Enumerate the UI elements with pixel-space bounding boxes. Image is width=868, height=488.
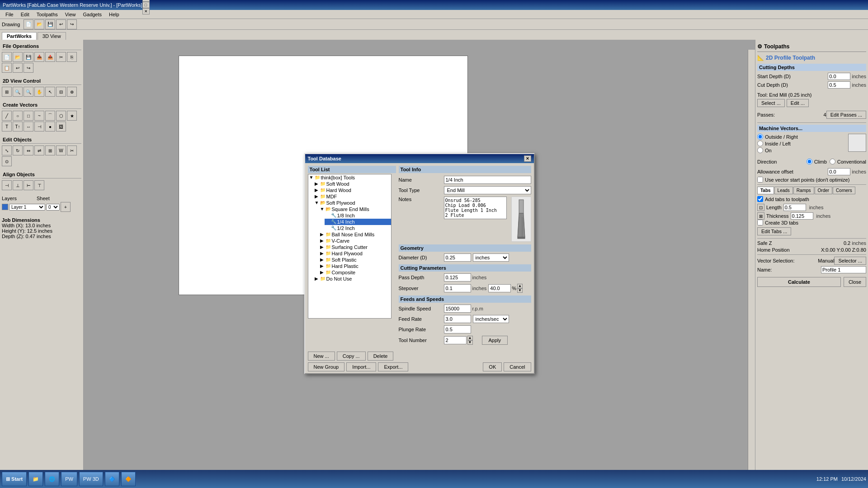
menu-help[interactable]: Help: [105, 11, 123, 18]
icon-tab[interactable]: ⊣: [34, 122, 44, 131]
icon-select[interactable]: ↖: [45, 87, 55, 97]
tree-item-14inch[interactable]: 🔧 1/4 Inch: [325, 219, 391, 225]
icon-undo[interactable]: ↩: [13, 63, 23, 73]
tree-item-hardwood[interactable]: ▶ 📁 Hard Wood: [314, 187, 391, 193]
create-3d-tabs-checkbox[interactable]: [757, 220, 763, 225]
icon-grid[interactable]: ⊟: [56, 87, 66, 97]
icon-copy[interactable]: ⎘: [67, 52, 77, 62]
icon-zoom-out[interactable]: 🔍: [24, 87, 33, 97]
tree-item-surfacing[interactable]: ▶ 📁 Surfacing Cutter: [319, 244, 391, 250]
allowance-offset-input[interactable]: [828, 168, 850, 175]
tool-number-down[interactable]: ▼: [467, 340, 473, 345]
profile-name-input[interactable]: [821, 266, 866, 273]
toolbar-redo[interactable]: ↪: [67, 19, 77, 29]
start-depth-input[interactable]: [828, 73, 850, 80]
icon-redo[interactable]: ↪: [24, 63, 33, 73]
menu-gadgets[interactable]: Gadgets: [79, 11, 105, 18]
taskbar-app2[interactable]: 🔶: [121, 472, 136, 486]
new-group-button[interactable]: New Group: [308, 362, 345, 371]
stepover-down[interactable]: ▼: [517, 288, 523, 293]
maximize-button[interactable]: □: [142, 2, 150, 8]
edit-passes-button[interactable]: Edit Passes ...: [826, 111, 866, 119]
taskbar-pw[interactable]: PW: [61, 472, 77, 486]
tree-item-ballnose[interactable]: ▶ 📁 Ball Nose End Mills: [319, 231, 391, 238]
icon-move[interactable]: ⤡: [2, 145, 12, 155]
icon-scale[interactable]: ⇔: [24, 145, 33, 155]
tree-item-donotuse[interactable]: ▶ 📁 Do Not Use: [314, 276, 391, 282]
tool-list-panel[interactable]: ▼ 📁 think[box] Tools ▶ 📁 Soft: [308, 174, 392, 319]
tab-leads[interactable]: Leads: [774, 187, 793, 194]
tab-order[interactable]: Order: [815, 187, 833, 194]
close-button[interactable]: ✕: [142, 8, 150, 14]
new-button[interactable]: New ...: [308, 352, 335, 361]
radio-climb[interactable]: [807, 159, 812, 164]
icon-open[interactable]: 📂: [13, 52, 23, 62]
icon-circle[interactable]: ○: [13, 111, 23, 121]
delete-button[interactable]: Delete: [368, 352, 394, 361]
tab-thickness-input[interactable]: [791, 212, 813, 220]
close-button[interactable]: Close: [844, 277, 866, 287]
import-button[interactable]: Import...: [346, 362, 376, 371]
taskbar-explorer[interactable]: 📁: [28, 472, 43, 486]
taskbar-chrome[interactable]: 🌐: [45, 472, 59, 486]
plunge-rate-input[interactable]: [444, 325, 471, 333]
rate-unit-select[interactable]: inches/sec mm/sec: [473, 315, 509, 323]
icon-export[interactable]: 📤: [45, 52, 55, 62]
tab-partworks[interactable]: PartWorks: [2, 32, 37, 40]
icon-bitmap[interactable]: 🖼: [56, 122, 66, 131]
icon-zoom-in[interactable]: 🔍: [13, 87, 23, 97]
menu-view[interactable]: View: [61, 11, 80, 18]
icon-offset[interactable]: ⊙: [2, 156, 12, 166]
icon-group[interactable]: ⊞: [45, 145, 55, 155]
taskbar-app1[interactable]: 🔷: [105, 472, 119, 486]
menu-toolpaths[interactable]: Toolpaths: [33, 11, 61, 18]
add-tabs-checkbox[interactable]: [757, 196, 763, 202]
taskbar-pw3d[interactable]: PW 3D: [79, 472, 103, 486]
icon-textarc[interactable]: T↑: [13, 122, 23, 131]
tree-item-softplywood[interactable]: ▼ 📂 Soft Plywood: [314, 200, 391, 206]
icon-snap[interactable]: ⊕: [67, 87, 77, 97]
icon-spline[interactable]: ⌒: [45, 111, 55, 121]
tree-item-vcarve[interactable]: ▶ 📁 V-Carve: [319, 238, 391, 244]
icon-new[interactable]: 📄: [2, 52, 12, 62]
icon-zoom-fit[interactable]: ⊞: [2, 87, 12, 97]
feed-rate-input[interactable]: [444, 315, 471, 323]
toolbar-new[interactable]: 📄: [24, 19, 33, 29]
tree-item-18inch[interactable]: 🔧 1/8 Inch: [325, 212, 391, 219]
icon-dimension[interactable]: ↔: [24, 122, 33, 131]
tree-item-mdf[interactable]: ▶ 📁 MDF: [314, 193, 391, 200]
icon-text[interactable]: T: [2, 122, 12, 131]
icon-save[interactable]: 💾: [24, 52, 33, 62]
icon-rect[interactable]: □: [24, 111, 33, 121]
stepover-pct-input[interactable]: [488, 284, 511, 292]
edit-tabs-button[interactable]: Edit Tabs ...: [757, 227, 791, 235]
calculate-button[interactable]: Calculate: [757, 277, 841, 287]
tree-item-thinkbox[interactable]: ▼ 📁 think[box] Tools: [308, 174, 391, 181]
export-button[interactable]: Export...: [378, 362, 408, 371]
icon-import[interactable]: 📥: [34, 52, 44, 62]
menu-edit[interactable]: Edit: [17, 11, 33, 18]
icon-drill[interactable]: ●: [45, 122, 55, 131]
layer-num[interactable]: 0: [46, 204, 60, 211]
tab-3dview[interactable]: 3D View: [38, 32, 66, 40]
copy-button[interactable]: Copy ...: [337, 352, 366, 361]
name-input[interactable]: [444, 176, 531, 184]
tree-item-squareendmills[interactable]: ▼ 📂 Square End Mills: [319, 206, 391, 212]
canvas-area[interactable]: -2.0 0.0 2.0 4.0 6.0 8.0 10.0 12.0 14.0 …: [84, 40, 755, 487]
toolbar-undo[interactable]: ↩: [56, 19, 66, 29]
stepover-up[interactable]: ▲: [517, 284, 523, 288]
icon-align-top[interactable]: ⊤: [34, 180, 44, 190]
icon-mirror[interactable]: ⇌: [34, 145, 44, 155]
diameter-input[interactable]: [444, 253, 471, 262]
stepover-input[interactable]: [444, 284, 471, 292]
icon-align-right[interactable]: ⊢: [24, 180, 33, 190]
tool-number-up[interactable]: ▲: [467, 336, 473, 340]
icon-polygon[interactable]: ⬡: [56, 111, 66, 121]
icon-rotate[interactable]: ↻: [13, 145, 23, 155]
icon-weld[interactable]: W: [56, 145, 66, 155]
start-button[interactable]: ⊞ Start: [2, 472, 27, 486]
tab-length-input[interactable]: [783, 204, 806, 211]
toolbar-open[interactable]: 📂: [34, 19, 44, 29]
ok-button[interactable]: OK: [483, 362, 502, 371]
apply-button[interactable]: Apply: [482, 336, 508, 345]
